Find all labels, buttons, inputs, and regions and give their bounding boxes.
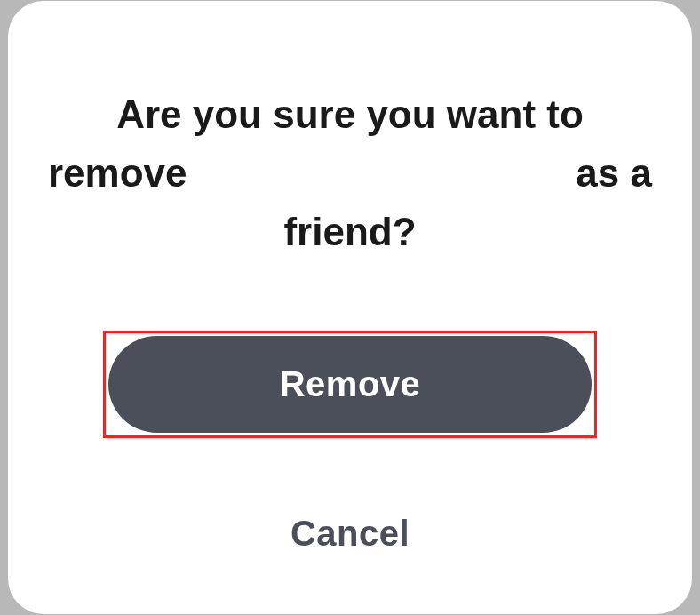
title-line-2: remove as a — [48, 144, 652, 203]
title-as-a: as a — [576, 144, 652, 203]
title-remove-word: remove — [48, 144, 187, 203]
remove-button-highlight: Remove — [103, 331, 597, 438]
title-line-3: friend? — [48, 203, 652, 261]
title-line-1: Are you sure you want to — [48, 85, 652, 144]
remove-button[interactable]: Remove — [108, 336, 592, 433]
confirmation-modal: Are you sure you want to remove as a fri… — [8, 1, 692, 614]
cancel-button[interactable]: Cancel — [290, 514, 410, 554]
modal-title: Are you sure you want to remove as a fri… — [48, 85, 652, 261]
